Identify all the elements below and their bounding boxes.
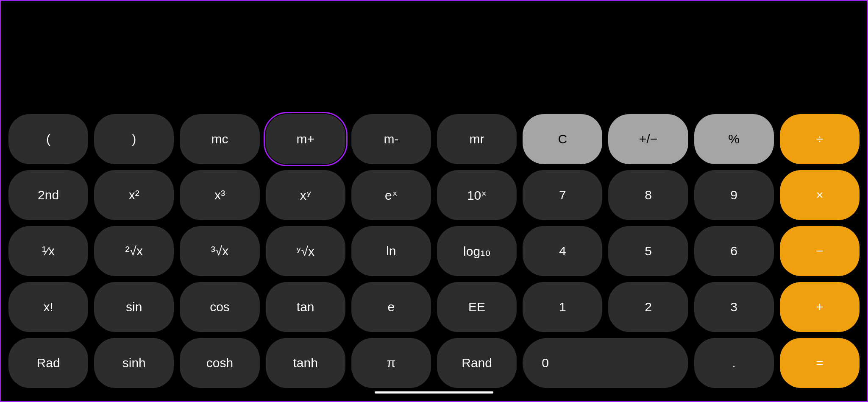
cos-button[interactable]: cos [180, 282, 259, 332]
reciprocal-button[interactable]: ¹⁄x [8, 226, 88, 276]
clear-button[interactable]: C [523, 114, 602, 164]
e-to-x-button[interactable]: eˣ [351, 170, 431, 220]
pi-button[interactable]: π [351, 338, 431, 388]
m-minus-button[interactable]: m- [351, 114, 431, 164]
one-button[interactable]: 1 [523, 282, 602, 332]
six-button[interactable]: 6 [694, 226, 774, 276]
subtract-button[interactable]: − [780, 226, 860, 276]
tanh-button[interactable]: tanh [266, 338, 345, 388]
divide-button[interactable]: ÷ [780, 114, 860, 164]
mc-button[interactable]: mc [180, 114, 259, 164]
close-paren-button[interactable]: ) [94, 114, 174, 164]
equals-button[interactable]: = [780, 338, 860, 388]
nine-button[interactable]: 9 [694, 170, 774, 220]
square-root-button[interactable]: ²√x [94, 226, 174, 276]
display [8, 1, 860, 114]
eight-button[interactable]: 8 [608, 170, 688, 220]
multiply-button[interactable]: × [780, 170, 860, 220]
home-indicator [8, 388, 860, 394]
tan-button[interactable]: tan [266, 282, 345, 332]
rand-button[interactable]: Rand [437, 338, 517, 388]
y-root-button[interactable]: ʸ√x [266, 226, 345, 276]
ten-to-x-button[interactable]: 10ˣ [437, 170, 517, 220]
e-constant-button[interactable]: e [351, 282, 431, 332]
ln-button[interactable]: ln [351, 226, 431, 276]
five-button[interactable]: 5 [608, 226, 688, 276]
x-squared-button[interactable]: x² [94, 170, 174, 220]
calculator: ()mcm+m-mrC+/−%÷2ndx²x³xʸeˣ10ˣ789×¹⁄x²√x… [0, 0, 868, 402]
four-button[interactable]: 4 [523, 226, 602, 276]
add-button[interactable]: + [780, 282, 860, 332]
ee-button[interactable]: EE [437, 282, 517, 332]
rad-button[interactable]: Rad [8, 338, 88, 388]
x-cubed-button[interactable]: x³ [180, 170, 259, 220]
x-to-y-button[interactable]: xʸ [266, 170, 345, 220]
zero-button[interactable]: 0 [523, 338, 688, 388]
sin-button[interactable]: sin [94, 282, 174, 332]
seven-button[interactable]: 7 [523, 170, 602, 220]
m-plus-button[interactable]: m+ [266, 114, 345, 164]
percent-button[interactable]: % [694, 114, 774, 164]
plus-minus-button[interactable]: +/− [608, 114, 688, 164]
cosh-button[interactable]: cosh [180, 338, 259, 388]
cube-root-button[interactable]: ³√x [180, 226, 259, 276]
mr-button[interactable]: mr [437, 114, 517, 164]
three-button[interactable]: 3 [694, 282, 774, 332]
home-indicator-bar [375, 391, 493, 394]
two-button[interactable]: 2 [608, 282, 688, 332]
decimal-button[interactable]: . [694, 338, 774, 388]
sinh-button[interactable]: sinh [94, 338, 174, 388]
open-paren-button[interactable]: ( [8, 114, 88, 164]
buttons-grid: ()mcm+m-mrC+/−%÷2ndx²x³xʸeˣ10ˣ789×¹⁄x²√x… [8, 114, 860, 388]
factorial-button[interactable]: x! [8, 282, 88, 332]
second-button[interactable]: 2nd [8, 170, 88, 220]
log10-button[interactable]: log₁₀ [437, 226, 517, 276]
